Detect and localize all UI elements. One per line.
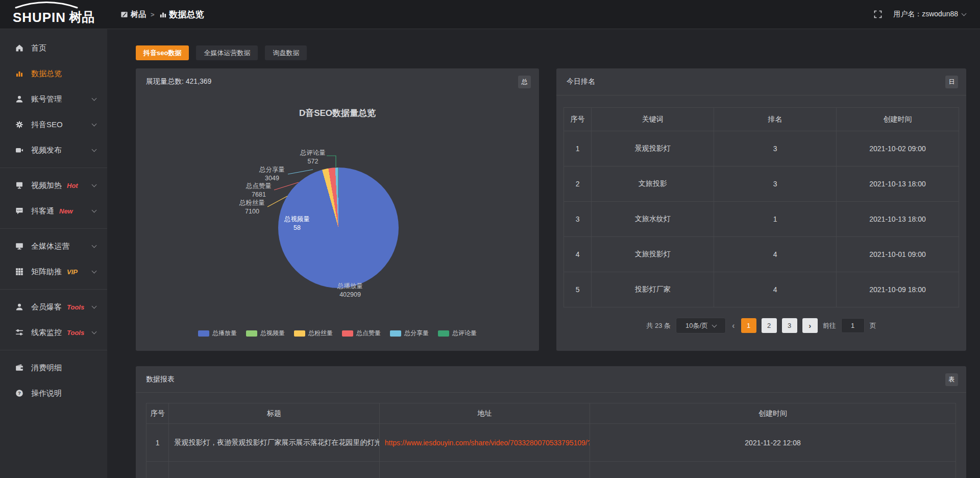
report-table-header-row: 序号标题地址创建时间 — [146, 403, 956, 424]
table-row: 1 景观投影灯，夜游景观投影灯厂家展示展示落花灯在花园里的灯光投影应用效果 # … — [146, 424, 956, 462]
table-row: 4 文旅投影灯 4 2021-10-01 09:00 — [564, 237, 959, 272]
chevron-down-icon — [712, 323, 717, 328]
overview-panel-title: 展现量总数: 421,369 — [136, 68, 539, 86]
wallet-icon — [15, 364, 24, 372]
cell-keyword: 文旅水纹灯 — [592, 202, 714, 237]
home-icon — [15, 44, 24, 52]
topbar: SHUPIN 树品 树品 > 数据总览 用户名：zswodun88 — [0, 0, 980, 29]
sidebar-item-expense[interactable]: 消费明细 — [0, 355, 107, 380]
column-header: 创建时间 — [837, 108, 959, 131]
tools-badge: Tools — [67, 329, 84, 337]
bar-chart-icon — [159, 11, 167, 18]
breadcrumb-root[interactable]: 树品 — [120, 10, 146, 19]
legend-swatch — [294, 330, 305, 337]
svg-text:?: ? — [18, 390, 21, 396]
legend-item[interactable]: 总点赞量 — [342, 329, 381, 338]
goto-label: 前往 — [823, 321, 836, 330]
legend-swatch — [246, 330, 257, 337]
sidebar-item-video-publish[interactable]: 视频发布 — [0, 137, 107, 163]
chevron-down-icon — [92, 304, 97, 309]
legend-item[interactable]: 总分享量 — [390, 329, 429, 338]
sidebar-divider — [0, 168, 107, 168]
chevron-down-icon — [92, 329, 97, 334]
breadcrumb: 树品 > 数据总览 — [120, 9, 204, 20]
sidebar-item-help[interactable]: ? 操作说明 — [0, 380, 107, 406]
sidebar-item-clue-monitor[interactable]: 线索监控 Tools — [0, 320, 107, 345]
legend-item[interactable]: 总视频量 — [246, 329, 285, 338]
pie-label-videos: 总视频量58 — [282, 215, 312, 232]
column-header: 序号 — [146, 403, 169, 424]
cell-keyword: 景观投影灯 — [592, 131, 714, 166]
table-toggle-button[interactable]: 表 — [945, 373, 958, 386]
page-button-2[interactable]: 2 — [762, 318, 777, 333]
legend-item[interactable]: 总评论量 — [438, 329, 477, 338]
table-row: 3 文旅水纹灯 1 2021-10-13 18:00 — [564, 202, 959, 237]
page-button-1[interactable]: 1 — [741, 318, 756, 333]
chevron-down-icon — [92, 243, 97, 248]
next-page-button[interactable]: › — [802, 318, 818, 333]
logo-text-en: SHUPIN — [13, 10, 66, 26]
report-panel: 数据报表 表 序号标题地址创建时间 1 景观投影灯，夜游景观投影灯厂家展示展示落… — [136, 366, 966, 478]
legend-swatch — [342, 330, 353, 337]
legend-swatch — [390, 330, 401, 337]
logo-text-cn: 树品 — [69, 9, 94, 26]
cell-created-time: 2021-11-22 12:08 — [590, 424, 956, 462]
table-row: 2 文旅投影 3 2021-10-13 18:00 — [564, 166, 959, 202]
logo-arc — [14, 2, 79, 9]
legend-swatch — [438, 330, 449, 337]
sidebar-item-douketong[interactable]: 抖客通 New — [0, 198, 107, 224]
sidebar-item-video-heat[interactable]: 视频加热 Hot — [0, 173, 107, 198]
total-toggle-button[interactable]: 总 — [518, 76, 531, 88]
username-label: 用户名：zswodun88 — [893, 10, 958, 19]
report-table: 序号标题地址创建时间 1 景观投影灯，夜游景观投影灯厂家展示展示落花灯在花园里的… — [146, 403, 956, 478]
app-icon — [120, 11, 128, 18]
sidebar: 首页 数据总览 账号管理 抖音SEO 视频发布 视频加热 Hot — [0, 29, 107, 478]
chevron-down-icon — [92, 182, 97, 187]
sidebar-item-account[interactable]: 账号管理 — [0, 86, 107, 112]
day-toggle-button[interactable]: 日 — [945, 76, 958, 88]
cell-video-link[interactable]: https://www.iesdouyin.com/share/video/70… — [379, 424, 590, 462]
cell-index: 2 — [564, 166, 592, 202]
monitor-icon — [15, 242, 24, 250]
grid-icon — [15, 268, 24, 276]
column-header: 排名 — [714, 108, 837, 131]
legend-item[interactable]: 总播放量 — [198, 329, 237, 338]
tab-media-operation-data[interactable]: 全媒体运营数据 — [196, 45, 258, 60]
cell-created-time: 2021-10-01 09:00 — [837, 237, 959, 272]
ranking-table: 序号关键词排名创建时间 1 景观投影灯 3 2021-10-02 09:00 2 — [564, 107, 959, 307]
tab-douyin-seo-data[interactable]: 抖音seo数据 — [136, 45, 189, 60]
page-size-select[interactable]: 10条/页 — [676, 318, 726, 333]
bar-chart-icon — [15, 69, 24, 78]
chevron-down-icon — [962, 11, 967, 16]
page-button-3[interactable]: 3 — [782, 318, 797, 333]
new-badge: New — [59, 207, 73, 215]
sidebar-item-home[interactable]: 首页 — [0, 35, 107, 61]
tab-inquiry-data[interactable]: 询盘数据 — [265, 45, 307, 60]
cell-index: 1 — [146, 424, 169, 462]
table-row-partial — [146, 462, 956, 478]
sidebar-item-media-operation[interactable]: 全媒体运营 — [0, 233, 107, 259]
chat-bubble-icon — [15, 207, 24, 215]
fullscreen-icon[interactable] — [874, 10, 882, 18]
overview-panel: 展现量总数: 421,369 总 D音SEO数据量总览 总评论量572 总分享量… — [136, 68, 539, 351]
cell-created-time: 2021-10-13 18:00 — [837, 166, 959, 202]
pagination-total: 共 23 条 — [646, 321, 671, 330]
legend-item[interactable]: 总粉丝量 — [294, 329, 333, 338]
logo: SHUPIN 树品 — [0, 4, 107, 26]
page-unit-label: 页 — [870, 321, 876, 330]
sidebar-item-matrix-boost[interactable]: 矩阵助推 VIP — [0, 259, 107, 284]
prev-page-button[interactable]: ‹ — [732, 321, 735, 331]
cell-title: 景观投影灯，夜游景观投影灯厂家展示展示落花灯在花园里的灯光投影应用效果 # — [169, 424, 379, 462]
column-header: 序号 — [564, 108, 592, 131]
user-menu[interactable]: 用户名：zswodun88 — [893, 10, 966, 19]
pie-label-likes: 总点赞量7681 — [244, 182, 274, 199]
sidebar-item-member[interactable]: 会员爆客 Tools — [0, 294, 107, 320]
user-icon — [15, 95, 24, 103]
sliders-icon — [15, 328, 24, 337]
ranking-panel: 今日排名 日 序号关键词排名创建时间 1 — [556, 68, 966, 351]
goto-page-input[interactable] — [841, 318, 865, 333]
sidebar-item-data-overview[interactable]: 数据总览 — [0, 61, 107, 86]
sidebar-item-douyin-seo[interactable]: 抖音SEO — [0, 112, 107, 137]
sidebar-divider — [0, 350, 107, 350]
chart-title: D音SEO数据量总览 — [136, 107, 539, 119]
